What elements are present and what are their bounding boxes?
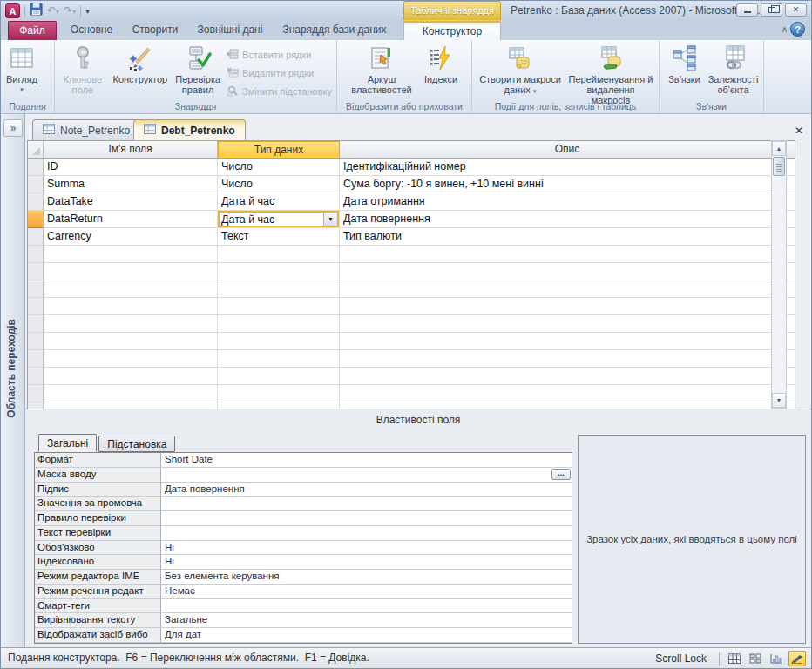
access-app-icon[interactable]: A [5, 3, 20, 18]
primary-key-button[interactable]: Ключове поле [58, 42, 108, 100]
tab-debt-petrenko[interactable]: Debt_Petrenko [133, 119, 246, 140]
nav-pane-label[interactable]: Область переходів [5, 319, 17, 418]
description-cell[interactable]: Тип валюти [340, 228, 795, 246]
property-value[interactable]: Ні [161, 555, 572, 570]
ribbon-collapse-icon[interactable]: ∧ [782, 24, 788, 34]
scroll-down-icon[interactable]: ▼ [772, 393, 786, 408]
modify-lookups-button[interactable]: Змінити підстановку [227, 84, 332, 98]
empty-field-row[interactable] [28, 368, 795, 385]
builder-button[interactable]: Конструктор [108, 42, 173, 100]
customize-qat-icon[interactable]: ▾ [85, 4, 90, 18]
tab-design[interactable]: Конструктор [403, 21, 501, 40]
empty-field-row[interactable] [28, 315, 795, 333]
empty-field-row[interactable] [28, 385, 795, 402]
redo-icon[interactable]: ↷▾ [64, 3, 76, 19]
scrollbar-thumb[interactable] [773, 157, 785, 176]
property-value[interactable] [161, 497, 572, 511]
tab-create[interactable]: Створити [128, 21, 182, 40]
nav-pane-expand-icon[interactable]: » [3, 119, 23, 137]
property-value[interactable] [161, 599, 572, 614]
tools-small-buttons: Вставити рядки Видалити рядки Змінити пі… [223, 42, 334, 100]
property-value[interactable]: Дата повернення [161, 483, 572, 497]
property-value[interactable]: Short Date [161, 453, 572, 468]
property-value[interactable]: Для дат [161, 628, 572, 643]
property-value[interactable] [161, 511, 572, 526]
tab-lookup[interactable]: Підстановка [98, 436, 175, 452]
empty-field-row[interactable] [28, 246, 795, 263]
property-grid: ФорматShort Date Маска вводу... ПідписДа… [34, 452, 572, 644]
description-cell[interactable]: Ідентифікаційний номер [340, 159, 795, 176]
group-events-label: Події для полів, записів і таблиць [472, 101, 659, 113]
row-selector[interactable] [28, 228, 44, 246]
combobox-dropdown-icon[interactable]: ▼ [323, 213, 337, 226]
minimize-button[interactable] [736, 3, 758, 17]
row-selector[interactable] [28, 193, 44, 211]
data-type-cell[interactable]: Число [218, 159, 340, 176]
rename-delete-macro-button[interactable]: Перейменування й видалення макросів [565, 42, 656, 100]
row-selector[interactable] [28, 159, 44, 176]
description-cell[interactable]: Дата повернення [340, 211, 795, 228]
data-type-cell[interactable]: Дата й час [218, 193, 340, 211]
scroll-up-icon[interactable]: ▲ [772, 141, 786, 156]
field-name-cell[interactable]: Summa [44, 176, 218, 193]
tab-database-tools[interactable]: Знаряддя бази даних [276, 21, 393, 40]
grid-corner-selector[interactable] [28, 141, 44, 159]
field-name-cell[interactable]: Carrency [44, 228, 218, 246]
property-value[interactable]: Немає [161, 585, 572, 599]
property-sheet-button[interactable]: Аркуш властивостей [345, 42, 418, 100]
column-header-data-type[interactable]: Тип даних [218, 141, 340, 159]
column-header-field-name[interactable]: Ім'я поля [44, 141, 218, 159]
property-row: Режим редактора IMEБез елемента керуванн… [35, 570, 572, 585]
empty-field-row[interactable] [28, 280, 795, 298]
empty-field-row[interactable] [28, 263, 795, 280]
property-value[interactable] [161, 526, 572, 541]
object-dependencies-button[interactable]: Залежності об'єкта [707, 42, 761, 100]
tab-note-petrenko[interactable]: Note_Petrenko [32, 119, 140, 140]
test-validation-rules-button[interactable]: Перевірка правил [173, 42, 223, 100]
empty-field-row[interactable] [28, 402, 795, 409]
row-selector-active[interactable] [28, 211, 44, 228]
tab-file[interactable]: Файл [8, 21, 57, 40]
property-value[interactable]: Ні [161, 541, 572, 556]
tab-home[interactable]: Основне [64, 21, 119, 40]
data-type-combobox[interactable]: Дата й час ▼ [218, 211, 339, 227]
indexes-button[interactable]: Індекси [418, 42, 464, 100]
builder-ellipsis-button[interactable]: ... [551, 469, 571, 480]
description-cell[interactable]: Сума боргу: -10 я винен, +10 мені винні [340, 176, 795, 193]
empty-field-row[interactable] [28, 333, 795, 350]
restore-button[interactable] [761, 3, 782, 17]
pivottable-view-button[interactable] [747, 651, 764, 666]
property-value[interactable]: Без елемента керування [161, 570, 572, 585]
property-row: ІндексованоНі [35, 555, 572, 570]
field-name-cell[interactable]: DataReturn [44, 211, 218, 228]
tab-external-data[interactable]: Зовнішні дані [191, 21, 269, 40]
datasheet-view-button[interactable] [726, 651, 743, 666]
undo-icon[interactable]: ↶▾ [47, 3, 59, 19]
create-data-macros-button[interactable]: Створити макроси даних ▾ [475, 42, 565, 100]
property-value[interactable]: ... [161, 468, 572, 483]
save-icon[interactable] [30, 3, 43, 19]
relationships-button[interactable]: Зв'язки [663, 42, 707, 100]
view-button[interactable]: Вигляд ▾ [3, 42, 40, 100]
field-name-cell[interactable]: DataTake [44, 193, 218, 211]
data-type-cell[interactable]: Текст [218, 228, 340, 246]
property-label: Відображати засіб вибо [35, 628, 161, 643]
delete-rows-button[interactable]: Видалити рядки [227, 66, 332, 80]
close-button[interactable]: ✕ [785, 3, 807, 17]
column-header-description[interactable]: Опис [340, 141, 795, 159]
tab-general[interactable]: Загальні [38, 434, 97, 452]
window-title: Petrenko : База даних (Access 2007) - Mi… [511, 4, 766, 17]
vertical-scrollbar[interactable]: ▲ ▼ [771, 140, 787, 409]
help-icon[interactable]: ? [790, 22, 805, 37]
insert-rows-button[interactable]: Вставити рядки [227, 48, 332, 62]
document-close-icon[interactable]: ✕ [795, 125, 803, 136]
description-cell[interactable]: Дата отримання [340, 193, 795, 211]
field-name-cell[interactable]: ID [44, 159, 218, 176]
row-selector[interactable] [28, 176, 44, 193]
design-view-button[interactable] [788, 651, 806, 666]
pivotchart-view-button[interactable] [768, 651, 785, 666]
data-type-cell[interactable]: Число [218, 176, 340, 193]
empty-field-row[interactable] [28, 350, 795, 368]
empty-field-row[interactable] [28, 298, 795, 315]
property-value[interactable]: Загальне [161, 613, 572, 628]
